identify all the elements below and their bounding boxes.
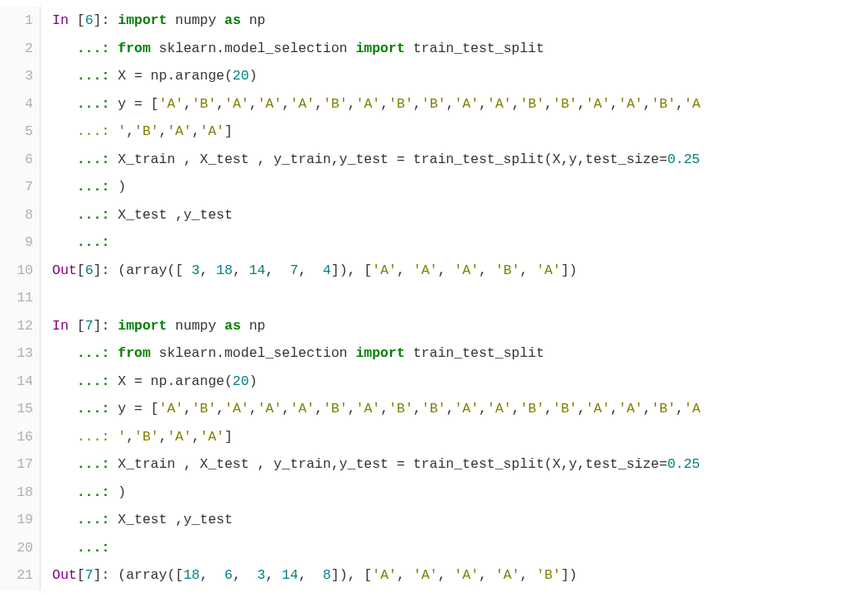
code-token: , (233, 262, 249, 278)
code-token: , (544, 96, 552, 112)
code-token: 'A' (586, 401, 610, 416)
code-token: ] (224, 429, 233, 445)
code-token: 'A' (258, 96, 282, 112)
code-token: 'B' (651, 401, 676, 416)
code-token: , (512, 96, 520, 112)
code-token (109, 345, 118, 361)
code-token: 'A' (413, 567, 438, 583)
code-token: y = [ (109, 96, 158, 112)
code-token: , (397, 567, 413, 583)
code-token (52, 345, 77, 361)
code-line: ...: ','B','A','A'] (52, 423, 861, 451)
code-token: , (397, 262, 413, 278)
code-token: 20 (233, 68, 249, 84)
code-token: ...: (77, 345, 110, 361)
code-token: , (676, 96, 684, 112)
line-number: 16 (0, 423, 33, 451)
code-token: import (355, 41, 404, 56)
code-block: 123456789101112131415161718192021 In [6]… (0, 7, 861, 590)
code-token: ]: (94, 12, 118, 28)
code-token: Out (52, 262, 77, 278)
code-token: np (241, 12, 266, 28)
code-token: ]: (94, 318, 118, 334)
code-token: train_test_split (405, 41, 544, 56)
code-token: , (479, 96, 487, 112)
code-token: 'A' (586, 96, 610, 112)
code-token: 0.25 (668, 456, 701, 472)
code-token: , (348, 401, 356, 416)
code-token: , (577, 401, 586, 416)
code-token: ) (109, 484, 126, 500)
code-token: [ (77, 567, 85, 583)
code-token: , (183, 401, 191, 416)
code-token: , (610, 401, 619, 416)
code-token: 'B' (388, 96, 413, 112)
code-token: , (479, 567, 495, 583)
code-token: 'A (684, 96, 701, 112)
code-token: 'A' (167, 123, 192, 139)
code-token: import (355, 345, 404, 361)
code-token: , (216, 96, 224, 112)
code-token: 3 (191, 262, 200, 278)
code-token: , (413, 96, 422, 112)
code-token: 8 (323, 567, 331, 583)
code-token: ...: (77, 373, 110, 389)
code-token: 14 (282, 567, 298, 583)
code-token: , (191, 429, 200, 445)
code-token: ) (249, 373, 258, 389)
code-token: 0.25 (668, 152, 701, 167)
line-number: 9 (0, 229, 33, 257)
code-line: Out[6]: (array([ 3, 18, 14, 7, 4]), ['A'… (52, 257, 861, 285)
line-number: 17 (0, 450, 33, 479)
code-token: , (512, 401, 520, 416)
code-token: 'B' (323, 96, 348, 112)
code-token: , (266, 262, 291, 278)
code-token: , (520, 262, 537, 278)
code-token: train_test_split (405, 345, 544, 361)
code-token: 'B' (191, 401, 216, 416)
code-token: , (200, 262, 216, 278)
code-token (52, 373, 77, 389)
code-token (109, 41, 118, 56)
code-token: , (282, 96, 290, 112)
code-token: 'B' (191, 96, 216, 112)
code-token: ...: (77, 123, 110, 139)
code-token: 'B' (495, 262, 520, 278)
code-token: 'A' (200, 123, 224, 139)
code-content[interactable]: In [6]: import numpy as np ...: from skl… (41, 7, 861, 590)
code-token: , (413, 401, 422, 416)
line-number: 12 (0, 312, 33, 340)
code-token: 'A' (487, 401, 512, 416)
code-token: , (544, 401, 552, 416)
code-token: X_test ,y_test (109, 512, 233, 527)
code-line: ...: X_train , X_test , y_train,y_test =… (52, 450, 861, 479)
code-token: 'A' (356, 96, 381, 112)
code-token: 'B' (323, 401, 348, 416)
code-token: X = np.arange( (109, 68, 233, 84)
code-token: 7 (290, 262, 298, 278)
line-number: 14 (0, 368, 33, 396)
code-token (52, 207, 77, 223)
line-number: 4 (0, 90, 33, 118)
code-token (52, 96, 77, 112)
code-token: ...: (77, 401, 110, 416)
code-line: ...: (52, 534, 861, 562)
code-token (52, 152, 77, 167)
code-token: , (159, 429, 167, 445)
code-token: ...: (77, 540, 110, 556)
code-token: ...: (77, 179, 110, 195)
code-token: Out (52, 567, 77, 583)
code-line: ...: from sklearn.model_selection import… (52, 339, 861, 368)
code-token: 'A' (487, 96, 512, 112)
code-token: , (126, 123, 134, 139)
code-token: ) (109, 179, 126, 195)
code-line: ...: X_test ,y_test (52, 201, 861, 229)
line-number-gutter: 123456789101112131415161718192021 (0, 7, 41, 590)
line-number: 11 (0, 284, 33, 312)
code-token: , (282, 401, 290, 416)
code-token: 'A' (290, 401, 315, 416)
code-token: 'A' (372, 262, 397, 278)
code-line: ...: ','B','A','A'] (52, 118, 861, 146)
code-token: , (676, 401, 684, 416)
code-token (52, 41, 77, 56)
